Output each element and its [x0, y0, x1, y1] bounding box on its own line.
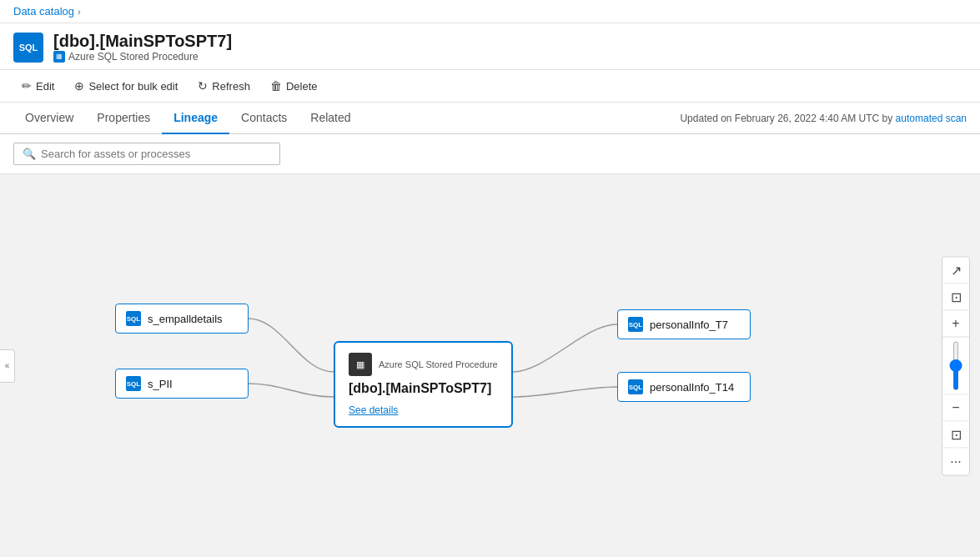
node-personalinfo-t7-label: personalInfo_T7 [650, 319, 728, 331]
center-node-subtitle: Azure SQL Stored Procedure [379, 359, 498, 369]
tab-contacts[interactable]: Contacts [229, 103, 299, 134]
delete-button[interactable]: 🗑 Delete [262, 75, 326, 97]
zoom-in-icon: + [952, 316, 959, 331]
more-options-icon: ··· [950, 454, 961, 469]
refresh-icon: ↻ [198, 79, 208, 93]
edit-button[interactable]: ✏ Edit [13, 75, 63, 97]
breadcrumb: Data catalog › [0, 0, 980, 23]
tab-lineage[interactable]: Lineage [162, 103, 229, 134]
delete-icon: 🗑 [270, 79, 282, 93]
center-node-icon: ▦ [349, 353, 372, 376]
asset-title-block: [dbo].[MainSPToSPT7] ▦ Azure SQL Stored … [53, 32, 232, 63]
search-bar: 🔍 [0, 134, 980, 174]
zoom-in-button[interactable]: + [942, 310, 969, 337]
node-s-pii-label: s_PII [148, 378, 173, 390]
fit-bottom-icon: ⊡ [951, 426, 962, 442]
asset-subtitle-icon: ▦ [53, 51, 65, 63]
search-input[interactable] [41, 148, 271, 160]
node-s-empalldetails[interactable]: SQL s_empalldetails [115, 304, 249, 334]
node-s-empalldetails-label: s_empalldetails [148, 313, 223, 325]
zoom-out-icon: − [952, 400, 959, 415]
edit-icon: ✏ [22, 79, 32, 93]
node-personalinfo-t7-icon: SQL [628, 317, 643, 332]
tab-properties[interactable]: Properties [85, 103, 162, 134]
node-personalinfo-t14-icon: SQL [628, 379, 643, 394]
tabs-bar: Overview Properties Lineage Contacts Rel… [0, 103, 980, 134]
tabs-list: Overview Properties Lineage Contacts Rel… [13, 103, 363, 133]
breadcrumb-link[interactable]: Data catalog [13, 5, 74, 18]
center-node-details-link[interactable]: See details [349, 404, 398, 416]
expand-icon: ↗ [951, 262, 962, 278]
tab-overview[interactable]: Overview [13, 103, 85, 134]
collapse-handle[interactable]: « [0, 349, 15, 383]
search-icon: 🔍 [23, 148, 36, 160]
zoom-out-button[interactable]: − [942, 394, 969, 421]
updated-by-link[interactable]: automated scan [896, 113, 967, 124]
tab-related[interactable]: Related [299, 103, 362, 134]
toolbar: ✏ Edit ⊕ Select for bulk edit ↻ Refresh … [0, 70, 980, 103]
lineage-canvas: « SQL s_empalldetails SQL s_PII ▦ [0, 174, 980, 557]
bulk-edit-button[interactable]: ⊕ Select for bulk edit [66, 75, 186, 97]
node-personalinfo-t7[interactable]: SQL personalInfo_T7 [617, 309, 751, 339]
refresh-button[interactable]: ↻ Refresh [189, 75, 259, 97]
bulk-edit-icon: ⊕ [74, 79, 84, 93]
zoom-controls: ↗ ⊡ + − ⊡ ··· [942, 256, 970, 475]
fit-view-button[interactable]: ⊡ [942, 284, 969, 310]
search-input-wrap: 🔍 [13, 143, 280, 165]
expand-button[interactable]: ↗ [942, 257, 969, 284]
asset-header: SQL [dbo].[MainSPToSPT7] ▦ Azure SQL Sto… [0, 23, 980, 70]
node-s-pii-icon: SQL [126, 376, 141, 391]
center-node-header: ▦ Azure SQL Stored Procedure [349, 353, 498, 376]
fit-view-icon: ⊡ [951, 289, 962, 304]
asset-subtitle: ▦ Azure SQL Stored Procedure [53, 51, 232, 63]
node-s-empalldetails-icon: SQL [126, 311, 141, 326]
node-s-pii[interactable]: SQL s_PII [115, 369, 249, 399]
fit-bottom-button[interactable]: ⊡ [942, 421, 969, 448]
tabs-updated: Updated on February 26, 2022 4:40 AM UTC… [680, 113, 967, 124]
zoom-slider-wrap [942, 337, 969, 394]
center-node[interactable]: ▦ Azure SQL Stored Procedure [dbo].[Main… [334, 341, 513, 428]
more-options-button[interactable]: ··· [942, 448, 969, 474]
breadcrumb-separator: › [78, 7, 81, 17]
node-personalinfo-t14-label: personalInfo_T14 [650, 381, 734, 394]
asset-icon: SQL [13, 33, 43, 63]
asset-title: [dbo].[MainSPToSPT7] [53, 32, 232, 51]
zoom-slider[interactable] [953, 340, 958, 390]
app-container: Data catalog › SQL [dbo].[MainSPToSPT7] … [0, 0, 980, 557]
node-personalinfo-t14[interactable]: SQL personalInfo_T14 [617, 372, 751, 402]
center-node-title: [dbo].[MainSPToSPT7] [349, 381, 498, 396]
